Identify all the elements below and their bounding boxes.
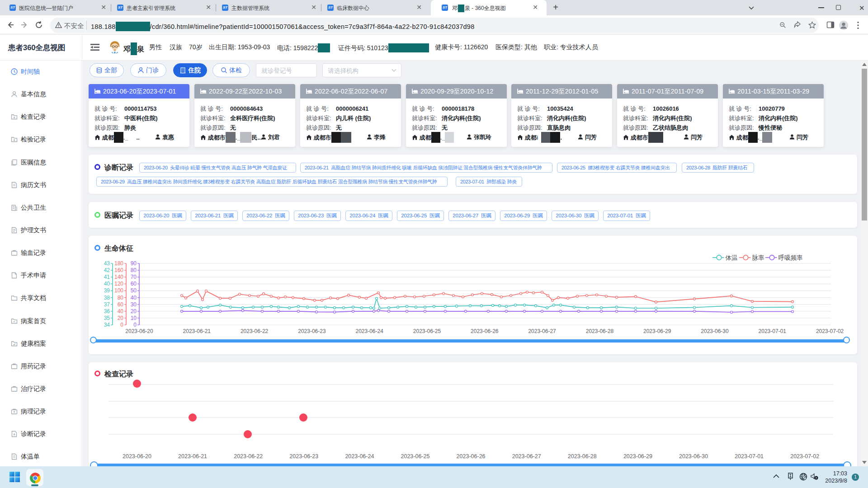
svg-text:34: 34 <box>104 322 110 328</box>
svg-text:2023-07-02: 2023-07-02 <box>790 453 819 460</box>
svg-text:100: 100 <box>114 287 123 294</box>
svg-text:2023-06-27: 2023-06-27 <box>528 328 556 334</box>
svg-text:40: 40 <box>131 295 137 301</box>
svg-text:2023-06-22: 2023-06-22 <box>241 328 269 334</box>
svg-text:2023-06-20: 2023-06-20 <box>123 453 151 460</box>
svg-text:42: 42 <box>104 267 110 273</box>
svg-text:2023-07-01: 2023-07-01 <box>735 453 764 460</box>
svg-text:39: 39 <box>104 287 110 294</box>
svg-text:2023-06-21: 2023-06-21 <box>183 328 211 334</box>
svg-text:40: 40 <box>104 281 110 287</box>
svg-text:2023-06-25: 2023-06-25 <box>401 453 430 460</box>
svg-text:43: 43 <box>104 260 110 267</box>
svg-text:2023-06-28: 2023-06-28 <box>568 453 597 460</box>
svg-text:40: 40 <box>118 308 124 314</box>
svg-text:2023-06-23: 2023-06-23 <box>298 328 326 334</box>
svg-text:60: 60 <box>131 281 137 287</box>
svg-text:2023-07-02: 2023-07-02 <box>816 328 844 334</box>
svg-text:160: 160 <box>114 267 123 273</box>
svg-text:2023-06-20: 2023-06-20 <box>125 328 153 334</box>
svg-text:38: 38 <box>104 295 110 301</box>
svg-text:90: 90 <box>131 260 137 267</box>
svg-text:2023-07-01: 2023-07-01 <box>759 328 787 334</box>
svg-text:2023-06-22: 2023-06-22 <box>234 453 263 460</box>
svg-text:2023-06-30: 2023-06-30 <box>679 453 708 460</box>
svg-text:10: 10 <box>131 315 137 321</box>
svg-text:2023-06-21: 2023-06-21 <box>178 453 207 460</box>
svg-text:2023-06-26: 2023-06-26 <box>457 453 486 460</box>
svg-text:50: 50 <box>131 287 137 294</box>
svg-text:0: 0 <box>120 322 123 328</box>
svg-text:2023-06-25: 2023-06-25 <box>413 328 441 334</box>
svg-text:80: 80 <box>131 267 137 273</box>
svg-text:20: 20 <box>118 315 124 321</box>
svg-text:80: 80 <box>118 295 124 301</box>
svg-text:140: 140 <box>114 274 123 280</box>
svg-text:35: 35 <box>104 315 110 321</box>
svg-text:2023-06-24: 2023-06-24 <box>356 328 384 334</box>
svg-text:37: 37 <box>104 301 110 308</box>
svg-text:120: 120 <box>114 281 123 287</box>
svg-text:180: 180 <box>114 260 123 267</box>
svg-text:30: 30 <box>131 301 137 308</box>
svg-text:0: 0 <box>133 322 137 328</box>
svg-text:2023-06-24: 2023-06-24 <box>345 453 374 460</box>
svg-text:2023-06-28: 2023-06-28 <box>586 328 614 334</box>
svg-text:20: 20 <box>131 308 137 314</box>
svg-text:36: 36 <box>104 308 110 314</box>
svg-text:70: 70 <box>131 274 137 280</box>
svg-text:60: 60 <box>118 301 124 308</box>
svg-text:2023-06-30: 2023-06-30 <box>701 328 729 334</box>
svg-text:2023-06-26: 2023-06-26 <box>471 328 499 334</box>
svg-text:41: 41 <box>104 274 110 280</box>
svg-text:2023-06-29: 2023-06-29 <box>623 453 652 460</box>
svg-text:2023-06-29: 2023-06-29 <box>643 328 671 334</box>
svg-text:2023-06-27: 2023-06-27 <box>512 453 541 460</box>
svg-text:2023-06-23: 2023-06-23 <box>289 453 318 460</box>
